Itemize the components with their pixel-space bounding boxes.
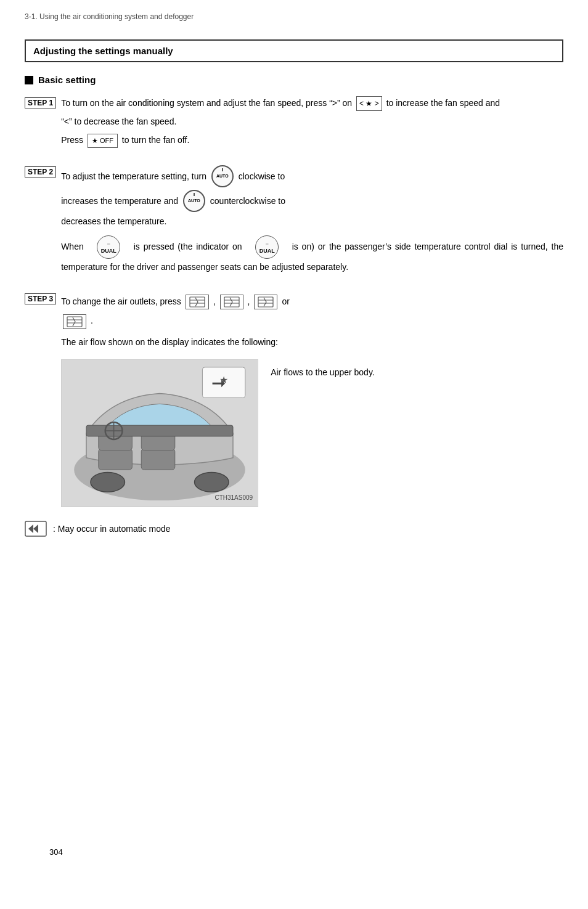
svg-rect-0 bbox=[190, 297, 205, 307]
step1-line3: “<” to decrease the fan speed. bbox=[61, 115, 563, 129]
dial-inner-label: AUTO bbox=[216, 174, 229, 179]
step1-block: STEP 1 To turn on the air conditioning s… bbox=[25, 96, 563, 152]
step3-block: STEP 3 To change the air outlets, press … bbox=[25, 292, 563, 507]
svg-rect-16 bbox=[141, 449, 175, 470]
fan-speed-btn-label: < ★ > bbox=[359, 97, 379, 110]
svg-point-23 bbox=[195, 473, 229, 492]
dial-inner-label-2: AUTO bbox=[188, 198, 200, 203]
step2-when-text: When bbox=[61, 242, 84, 251]
basic-setting-label: Basic setting bbox=[38, 75, 96, 85]
step3-label: STEP 3 bbox=[25, 293, 56, 304]
car-image-area: ➞ ★ CTH31AS009 Air flows to the upper bo… bbox=[61, 359, 563, 507]
svg-rect-3 bbox=[224, 297, 239, 307]
step2-line2-row: increases the temperature and AUTO count… bbox=[61, 190, 563, 212]
step2-is-pressed-text: is pressed (the indicator on bbox=[134, 242, 242, 251]
dual-button-2[interactable]: ⎯ DUAL bbox=[255, 235, 279, 259]
step2-label: STEP 2 bbox=[25, 166, 56, 177]
temperature-dial-2[interactable]: AUTO bbox=[183, 190, 205, 212]
dual-indicator: ⎯ bbox=[107, 238, 110, 246]
car-image-caption: CTH31AS009 bbox=[214, 492, 253, 503]
note-text: : May occur in automatic mode bbox=[53, 524, 171, 534]
main-section-title: Adjusting the settings manually bbox=[33, 46, 173, 56]
page-number: 304 bbox=[49, 847, 63, 857]
svg-point-22 bbox=[91, 473, 125, 492]
step3-content: To change the air outlets, press , bbox=[61, 292, 563, 507]
step1-press-line: Press ★ OFF to turn the fan off. bbox=[61, 133, 563, 148]
breadcrumb: 3-1. Using the air conditioning system a… bbox=[25, 12, 563, 21]
dial-mark-2 bbox=[194, 193, 195, 196]
step2-counterclockwise-text: counterclockwise to bbox=[210, 192, 285, 211]
temperature-dial-1[interactable]: AUTO bbox=[211, 165, 234, 187]
outlet-icon-4 bbox=[67, 316, 83, 327]
car-image: ➞ ★ CTH31AS009 bbox=[61, 359, 258, 507]
step3-period: . bbox=[91, 316, 93, 325]
step3-line1-text: To change the air outlets, press bbox=[61, 292, 181, 311]
outlet-button-2[interactable] bbox=[220, 295, 243, 309]
outlet-button-4[interactable] bbox=[63, 314, 86, 329]
note-row: : May occur in automatic mode bbox=[25, 521, 563, 537]
fan-off-label: ★ OFF bbox=[92, 135, 113, 147]
step2-decreases-text: decreases the temperature. bbox=[61, 214, 563, 229]
outlet-icon-1 bbox=[189, 296, 205, 308]
step1-label: STEP 1 bbox=[25, 97, 56, 108]
car-diagram-svg: ➞ ★ bbox=[62, 360, 258, 507]
step1-content: To turn on the air conditioning system a… bbox=[61, 96, 563, 152]
step2-increases-text: increases the temperature and bbox=[61, 192, 178, 211]
step2-clockwise-text: clockwise to bbox=[239, 167, 285, 186]
svg-text:★: ★ bbox=[219, 375, 228, 385]
step3-btn4-row: . bbox=[61, 314, 563, 328]
outlet-button-1[interactable] bbox=[186, 295, 209, 309]
step3-comma1: , bbox=[213, 292, 216, 311]
outlet-icon-3 bbox=[258, 296, 274, 308]
outlet-button-3[interactable] bbox=[254, 295, 277, 309]
main-section-box: Adjusting the settings manually bbox=[25, 39, 563, 62]
air-flow-label: Air flows to the upper body. bbox=[271, 365, 563, 380]
fan-speed-button[interactable]: < ★ > bbox=[356, 96, 382, 111]
automatic-mode-arrow-icon bbox=[25, 521, 47, 537]
step2-line1-text: To adjust the temperature setting, turn bbox=[61, 167, 206, 186]
step2-content: To adjust the temperature setting, turn … bbox=[61, 165, 563, 279]
black-square-icon bbox=[25, 76, 33, 84]
step1-line1: To turn on the air conditioning system a… bbox=[61, 96, 563, 111]
step2-line1-row: To adjust the temperature setting, turn … bbox=[61, 165, 563, 187]
step3-outlets-row: To change the air outlets, press , bbox=[61, 292, 563, 311]
svg-rect-6 bbox=[258, 297, 273, 307]
section-heading: Basic setting bbox=[25, 75, 563, 85]
air-flow-description: Air flows to the upper body. bbox=[271, 359, 563, 384]
dual-label-1: DUAL bbox=[101, 246, 116, 256]
dual-label-2: DUAL bbox=[259, 246, 275, 256]
dual-button-1[interactable]: ⎯ DUAL bbox=[97, 235, 120, 259]
step3-comma2: , bbox=[248, 292, 250, 311]
step2-dual-line: When ⎯ DUAL is pressed (the indicator on… bbox=[61, 235, 563, 275]
outlet-icon-2 bbox=[224, 296, 240, 308]
step2-block: STEP 2 To adjust the temperature setting… bbox=[25, 165, 563, 279]
step3-or-text: or bbox=[282, 292, 289, 311]
svg-rect-9 bbox=[67, 317, 82, 327]
fan-off-button[interactable]: ★ OFF bbox=[88, 134, 118, 148]
step3-airflow-desc: The air flow shown on the display indica… bbox=[61, 335, 563, 350]
dial-mark bbox=[222, 168, 223, 171]
svg-rect-14 bbox=[99, 449, 133, 470]
dual-indicator-2: ⎯ bbox=[266, 238, 268, 246]
